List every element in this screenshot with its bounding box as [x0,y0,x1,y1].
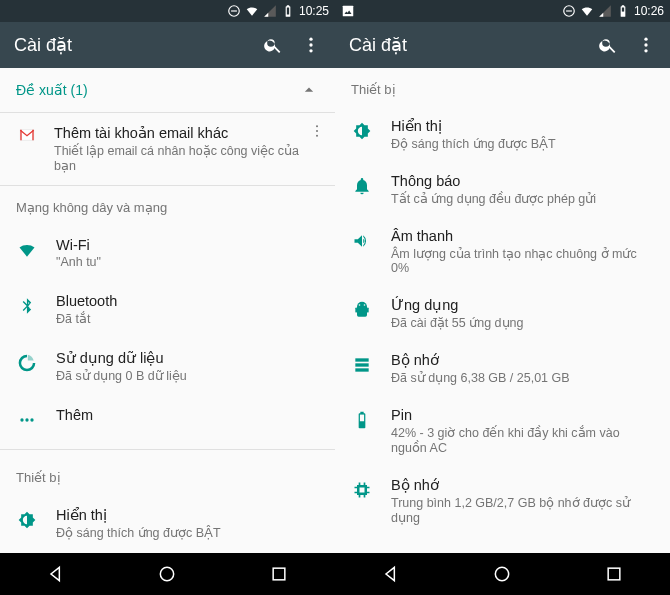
app-title: Cài đặt [349,34,598,56]
setting-sub: Đã tắt [56,311,319,326]
battery-icon [281,4,295,18]
setting-storage[interactable]: Bộ nhớ Đã sử dụng 6,38 GB / 25,01 GB [335,341,670,396]
app-bar: Cài đặt [335,22,670,68]
setting-title: Sử dụng dữ liệu [56,350,319,366]
wifi-icon [16,239,38,261]
section-wireless: Mạng không dây và mạng [0,186,335,225]
setting-sub: 42% - 3 giờ cho đến khi đầy khi cắm vào … [391,425,654,455]
svg-rect-22 [367,308,369,313]
setting-sub: Âm lượng của trình tạo nhạc chuông ở mức… [391,246,654,275]
setting-title: Thêm [56,407,319,423]
phone-right: 10:26 Cài đặt Thiết bị Hiển thị Độ sáng … [335,0,670,595]
setting-title: Pin [391,407,654,423]
phone-left: 10:25 Cài đặt Đề xuất (1) Thêm tài khoản… [0,0,335,595]
svg-rect-24 [355,363,368,366]
setting-title: Ứng dụng [391,297,654,313]
svg-rect-25 [355,368,368,371]
svg-point-19 [359,304,361,306]
svg-rect-26 [360,415,364,422]
svg-rect-1 [231,10,237,11]
setting-title: Hiển thị [56,507,319,523]
svg-rect-21 [355,308,357,313]
signal-icon [263,4,277,18]
data-usage-icon [16,352,38,374]
wifi-icon [245,4,259,18]
setting-display[interactable]: Hiển thị Độ sáng thích ứng được BẬT [0,495,335,552]
battery-icon [351,409,373,431]
setting-sub: Đã cài đặt 55 ứng dụng [391,315,654,330]
svg-point-18 [644,49,647,52]
suggestion-add-email[interactable]: Thêm tài khoản email khác Thiết lập emai… [0,113,335,186]
settings-list[interactable]: Thiết bị Hiển thị Độ sáng thích ứng được… [335,68,670,553]
setting-display[interactable]: Hiển thị Độ sáng thích ứng được BẬT [335,107,670,162]
clock: 10:25 [299,4,329,18]
svg-point-6 [316,130,318,132]
app-title: Cài đặt [14,34,263,56]
svg-point-8 [20,418,23,421]
setting-apps[interactable]: Ứng dụng Đã cài đặt 55 ứng dụng [335,286,670,341]
chevron-up-icon [299,80,319,100]
more-horizontal-icon [16,409,38,431]
svg-rect-28 [360,488,365,493]
svg-point-7 [316,135,318,137]
navigation-bar [335,553,670,595]
svg-point-4 [309,49,312,52]
settings-list[interactable]: Đề xuất (1) Thêm tài khoản email khác Th… [0,68,335,553]
setting-title: Bluetooth [56,293,319,309]
nav-back-icon[interactable] [381,564,401,584]
suggestions-header[interactable]: Đề xuất (1) [0,68,335,113]
search-icon[interactable] [598,35,618,55]
image-notification-icon [341,4,355,18]
svg-point-5 [316,125,318,127]
status-bar: 10:26 [335,0,670,22]
section-device: Thiết bị [0,456,335,495]
svg-point-20 [364,304,366,306]
setting-battery[interactable]: Pin 42% - 3 giờ cho đến khi đầy khi cắm … [335,396,670,466]
svg-rect-13 [343,6,354,17]
apps-icon [351,299,373,321]
nav-recent-icon[interactable] [269,564,289,584]
bluetooth-icon [16,295,38,317]
setting-sub: Độ sáng thích ứng được BẬT [391,136,654,151]
svg-point-17 [644,43,647,46]
nav-recent-icon[interactable] [604,564,624,584]
svg-point-2 [309,38,312,41]
brightness-icon [351,120,373,142]
memory-icon [351,479,373,501]
nav-home-icon[interactable] [492,564,512,584]
setting-sound[interactable]: Âm thanh Âm lượng của trình tạo nhạc chu… [335,217,670,286]
do-not-disturb-icon [562,4,576,18]
divider [0,449,335,450]
svg-point-3 [309,43,312,46]
suggestion-title: Thêm tài khoản email khác [54,125,319,141]
signal-icon [598,4,612,18]
more-menu-icon[interactable] [301,35,321,55]
nav-home-icon[interactable] [157,564,177,584]
suggestion-overflow-icon[interactable] [307,121,327,141]
setting-sub: Trung bình 1,2 GB/2,7 GB bộ nhớ được sử … [391,495,654,525]
navigation-bar [0,553,335,595]
svg-point-11 [161,567,174,580]
status-bar: 10:25 [0,0,335,22]
setting-sub: Tất cả ứng dụng đều được phép gửi [391,191,654,206]
battery-icon [616,4,630,18]
setting-sub: Độ sáng thích ứng được BẬT [56,525,319,540]
more-menu-icon[interactable] [636,35,656,55]
sound-icon [351,230,373,252]
setting-more[interactable]: Thêm [0,395,335,443]
svg-point-29 [496,567,509,580]
setting-data-usage[interactable]: Sử dụng dữ liệu Đã sử dụng 0 B dữ liệu [0,338,335,395]
svg-rect-15 [566,10,572,11]
setting-bluetooth[interactable]: Bluetooth Đã tắt [0,281,335,338]
setting-title: Bộ nhớ [391,352,654,368]
setting-wifi[interactable]: Wi-Fi "Anh tu" [0,225,335,281]
nav-back-icon[interactable] [46,564,66,584]
svg-point-16 [644,38,647,41]
setting-sub: Đã sử dụng 0 B dữ liệu [56,368,319,383]
setting-memory[interactable]: Bộ nhớ Trung bình 1,2 GB/2,7 GB bộ nhớ đ… [335,466,670,536]
search-icon[interactable] [263,35,283,55]
wifi-icon [580,4,594,18]
clock: 10:26 [634,4,664,18]
do-not-disturb-icon [227,4,241,18]
setting-notifications[interactable]: Thông báo Tất cả ứng dụng đều được phép … [335,162,670,217]
